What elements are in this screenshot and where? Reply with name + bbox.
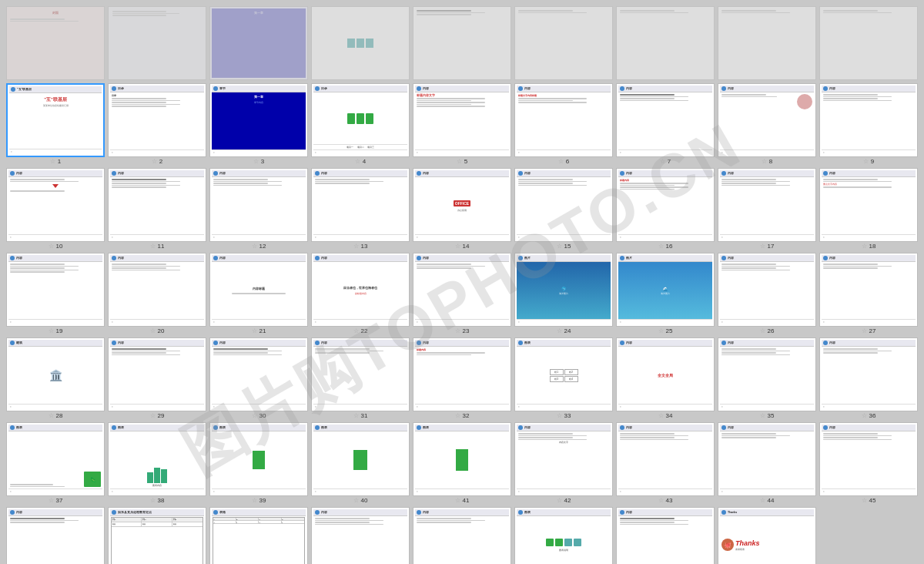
slide-thumb-1[interactable]: "互"联基层 "互"联基层 某某单位信息化建设汇报 e xyxy=(6,83,105,157)
slide-thumb-22[interactable]: 内容 应当者也，世界也海者也 副标题内容 e xyxy=(311,253,410,327)
star-16[interactable]: ☆ xyxy=(658,243,664,250)
slide-thumb-41[interactable]: 图表 e xyxy=(413,422,511,496)
slide-thumb-9[interactable]: 内容 e xyxy=(819,83,918,157)
slide-thumb-8[interactable]: 内容 e xyxy=(718,83,816,157)
star-42[interactable]: ☆ xyxy=(557,497,562,504)
star-39[interactable]: ☆ xyxy=(252,497,257,504)
star-22[interactable]: ☆ xyxy=(353,327,359,334)
slide-thumb-26[interactable]: 内容 e xyxy=(718,253,816,327)
star-24[interactable]: ☆ xyxy=(557,327,562,334)
star-31[interactable]: ☆ xyxy=(353,412,359,419)
slide-thumb-47[interactable]: 如东县党员远程教育定点 列1 列2 列3 数据 数据 数据 xyxy=(108,507,206,564)
slide-thumb-45[interactable]: 内容 e xyxy=(819,422,918,496)
star-33[interactable]: ☆ xyxy=(557,412,562,419)
slide-thumb-16[interactable]: 内容 标题内容 e xyxy=(616,168,715,242)
slide-thumb-faded-6[interactable] xyxy=(514,6,613,80)
slide-thumb-29[interactable]: 内容 e xyxy=(108,337,206,411)
star-37[interactable]: ☆ xyxy=(49,497,54,504)
star-38[interactable]: ☆ xyxy=(150,497,156,504)
star-11[interactable]: ☆ xyxy=(150,243,156,250)
star-30[interactable]: ☆ xyxy=(252,412,257,419)
slide-thumb-52[interactable]: 内容 e xyxy=(616,507,715,564)
star-32[interactable]: ☆ xyxy=(455,412,460,419)
slide-thumb-33[interactable]: 图表 框1 框2 框3 框4 e xyxy=(514,337,613,411)
slide-thumb-18[interactable]: 内容 重点文字内容 e xyxy=(819,168,918,242)
star-10[interactable]: ☆ xyxy=(49,243,54,250)
slide-thumb-39[interactable]: 图表 e xyxy=(209,422,308,496)
slide-thumb-49[interactable]: 内容 e xyxy=(311,507,410,564)
slide-thumb-42[interactable]: 内容 内容文字 e xyxy=(514,422,613,496)
slide-thumb-2[interactable]: 目录 目录 e xyxy=(108,83,206,157)
slide-thumb-13[interactable]: 内容 e xyxy=(311,168,410,242)
star-28[interactable]: ☆ xyxy=(49,412,54,419)
slide-thumb-faded-9[interactable] xyxy=(819,6,918,80)
star-25[interactable]: ☆ xyxy=(658,327,664,334)
slide-thumb-14[interactable]: 内容 OFFICE 办公应用 e xyxy=(413,168,511,242)
slide-thumb-43[interactable]: 内容 e xyxy=(616,422,715,496)
slide-thumb-faded-7[interactable] xyxy=(616,6,715,80)
star-15[interactable]: ☆ xyxy=(557,243,562,250)
slide-thumb-32[interactable]: 内容 标题内容 e xyxy=(413,337,511,411)
star-26[interactable]: ☆ xyxy=(760,327,765,334)
slide-thumb-20[interactable]: 内容 e xyxy=(108,253,206,327)
slide-thumb-5[interactable]: 内容 标题内容文字 e xyxy=(413,83,511,157)
slide-thumb-6[interactable]: 内容 标题文字内容标题 e xyxy=(514,83,613,157)
slide-thumb-faded-1[interactable]: 封面 xyxy=(6,6,105,80)
slide-thumb-faded-3[interactable]: 第一章 xyxy=(209,6,308,80)
star-44[interactable]: ☆ xyxy=(760,497,765,504)
slide-thumb-faded-8[interactable] xyxy=(718,6,816,80)
slide-thumb-15[interactable]: 内容 e xyxy=(514,168,613,242)
slide-thumb-40[interactable]: 图表 e xyxy=(311,422,410,496)
star-7[interactable]: ☆ xyxy=(660,158,665,165)
star-1[interactable]: ☆ xyxy=(50,158,55,165)
slide-thumb-48[interactable]: 表格 A B C D 1 2 3 4 xyxy=(209,507,308,564)
slide-thumb-31[interactable]: 内容 e xyxy=(311,337,410,411)
slide-thumb-21[interactable]: 内容 内容标题 e xyxy=(209,253,308,327)
star-17[interactable]: ☆ xyxy=(760,243,765,250)
star-8[interactable]: ☆ xyxy=(762,158,767,165)
slide-thumb-10[interactable]: 内容 e xyxy=(6,168,105,242)
star-40[interactable]: ☆ xyxy=(353,497,359,504)
slide-thumb-17[interactable]: 内容 e xyxy=(718,168,816,242)
star-19[interactable]: ☆ xyxy=(49,327,54,334)
star-5[interactable]: ☆ xyxy=(457,158,462,165)
star-18[interactable]: ☆ xyxy=(862,243,867,250)
slide-thumb-46[interactable]: 内容 e xyxy=(6,507,105,564)
star-12[interactable]: ☆ xyxy=(252,243,257,250)
slide-thumb-11[interactable]: 内容 e xyxy=(108,168,206,242)
slide-thumb-38[interactable]: 图表 图表内容 e xyxy=(108,422,206,496)
slide-thumb-44[interactable]: 内容 e xyxy=(718,422,816,496)
slide-thumb-7[interactable]: 内容 e xyxy=(616,83,715,157)
slide-thumb-24[interactable]: 图片 🐬 海洋图片 e xyxy=(514,253,613,327)
star-23[interactable]: ☆ xyxy=(455,327,460,334)
slide-thumb-3[interactable]: 章节 第一章 章节内容 e xyxy=(209,83,308,157)
star-2[interactable]: ☆ xyxy=(152,158,157,165)
slide-thumb-53[interactable]: Thanks 🐙 Thanks 谢谢观看 e xyxy=(718,507,816,564)
slide-thumb-37[interactable]: 图表 🦎 e xyxy=(6,422,105,496)
slide-thumb-35[interactable]: 内容 e xyxy=(718,337,816,411)
slide-thumb-faded-2[interactable] xyxy=(108,6,206,80)
star-9[interactable]: ☆ xyxy=(863,158,869,165)
slide-thumb-28[interactable]: 建筑 🏛️ e xyxy=(6,337,105,411)
star-29[interactable]: ☆ xyxy=(150,412,156,419)
slide-thumb-36[interactable]: 内容 e xyxy=(819,337,918,411)
slide-thumb-4[interactable]: 目录 项目一 项目二 项目三 e xyxy=(311,83,410,157)
star-27[interactable]: ☆ xyxy=(862,327,867,334)
star-4[interactable]: ☆ xyxy=(355,158,360,165)
slide-thumb-27[interactable]: 内容 e xyxy=(819,253,918,327)
star-35[interactable]: ☆ xyxy=(760,412,765,419)
slide-thumb-faded-4[interactable] xyxy=(311,6,410,80)
slide-thumb-25[interactable]: 图片 🌊 海洋图片 e xyxy=(616,253,715,327)
star-20[interactable]: ☆ xyxy=(150,327,156,334)
star-21[interactable]: ☆ xyxy=(252,327,257,334)
star-34[interactable]: ☆ xyxy=(658,412,664,419)
star-43[interactable]: ☆ xyxy=(658,497,664,504)
slide-thumb-23[interactable]: 内容 e xyxy=(413,253,511,327)
slide-thumb-faded-5[interactable] xyxy=(413,6,511,80)
star-41[interactable]: ☆ xyxy=(455,497,460,504)
slide-thumb-51[interactable]: 图表 图表说明 e xyxy=(514,507,613,564)
slide-thumb-12[interactable]: 内容 e xyxy=(209,168,308,242)
star-3[interactable]: ☆ xyxy=(253,158,259,165)
star-6[interactable]: ☆ xyxy=(558,158,564,165)
star-36[interactable]: ☆ xyxy=(862,412,867,419)
